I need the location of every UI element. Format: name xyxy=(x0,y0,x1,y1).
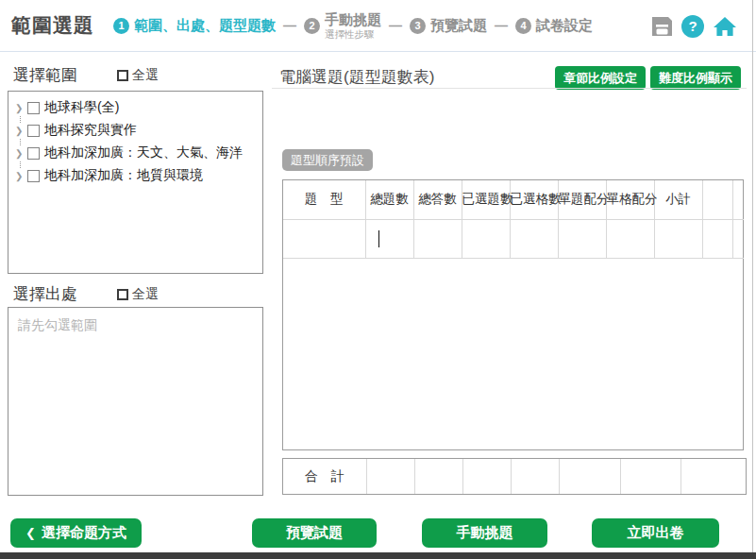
total-label-cell: 合 計 xyxy=(283,459,366,494)
text-caret xyxy=(378,230,379,247)
step-separator: — xyxy=(495,18,508,33)
total-cell xyxy=(511,459,559,494)
step-2-number: 2 xyxy=(304,18,320,34)
tree-item-checkbox[interactable] xyxy=(27,125,40,137)
step-2-sublabel: 選擇性步驟 xyxy=(325,28,381,40)
col-header-points-per-cell: 單格配分 xyxy=(606,180,654,219)
cell-selected-questions[interactable] xyxy=(462,219,510,258)
tree-item-checkbox[interactable] xyxy=(27,147,40,160)
step-separator: — xyxy=(389,18,402,33)
step-3-number: 3 xyxy=(410,18,426,34)
tree-item-inquiry-practice[interactable]: ❯ 地科探究與實作 xyxy=(8,119,262,142)
step-4-paper-settings[interactable]: 4 試卷設定 xyxy=(515,17,593,35)
source-section-title: 選擇出處 xyxy=(13,283,77,305)
chevron-right-icon[interactable]: ❯ xyxy=(15,103,27,113)
total-cell xyxy=(620,459,680,494)
cell-total-answers[interactable] xyxy=(413,219,462,258)
generate-paper-button[interactable]: 立即出卷 xyxy=(592,518,719,548)
source-section-header: 選擇出處 全選 xyxy=(13,283,159,305)
page-title: 範圍選題 xyxy=(11,12,94,39)
total-cell xyxy=(680,459,748,494)
exam-builder-page: 範圍選題 1 範圍、出處、題型題數 — 2 手動挑題 選擇性步驟 — 3 預覽試… xyxy=(0,0,756,559)
col-header-points-per-question: 單題配分 xyxy=(558,180,606,219)
chevron-left-icon: ❮ xyxy=(25,526,36,540)
save-icon[interactable] xyxy=(650,16,673,37)
cell-empty xyxy=(702,219,732,258)
col-header-selected-cells: 已選格數 xyxy=(510,180,558,219)
tree-item-checkbox[interactable] xyxy=(27,102,40,114)
manual-pick-button[interactable]: 手動挑題 xyxy=(422,518,547,548)
total-cell xyxy=(559,459,620,494)
cell-points-per-question[interactable] xyxy=(558,219,606,258)
step-3-preview[interactable]: 3 預覽試題 xyxy=(410,17,487,35)
home-icon[interactable] xyxy=(713,15,737,38)
step-4-number: 4 xyxy=(515,18,531,34)
step-1-number: 1 xyxy=(113,18,129,34)
step-1-range[interactable]: 1 範圍、出處、題型題數 xyxy=(113,17,276,35)
cell-total-questions[interactable] xyxy=(365,219,413,258)
total-cell xyxy=(414,459,462,494)
chapter-ratio-button[interactable]: 章節比例設定 xyxy=(555,66,646,90)
tree-item-checkbox[interactable] xyxy=(27,170,40,182)
total-cell xyxy=(366,459,414,494)
chevron-right-icon[interactable]: ❯ xyxy=(15,171,27,181)
cell-subtotal[interactable] xyxy=(654,219,702,258)
tree-item-label: 地球科學(全) xyxy=(44,99,119,116)
cell-points-per-cell[interactable] xyxy=(606,219,654,258)
tree-item-advanced-astro-atmos-ocean[interactable]: ❯ 地科加深加廣：天文、大氣、海洋 xyxy=(8,142,262,164)
col-header-selected-questions: 已選題數 xyxy=(462,180,510,219)
step-2-manual-pick[interactable]: 2 手動挑題 選擇性步驟 xyxy=(304,11,381,39)
total-cell xyxy=(462,459,511,494)
question-type-table: 題 型 總題數 總答數 已選題數 已選格數 單題配分 單格配分 小計 xyxy=(282,179,744,450)
step-4-label: 試卷設定 xyxy=(536,17,593,35)
source-placeholder-text: 請先勾選範圍 xyxy=(8,308,262,344)
preview-questions-button[interactable]: 預覽試題 xyxy=(252,518,377,548)
source-select-all-checkbox[interactable] xyxy=(117,289,128,300)
range-select-all-label: 全選 xyxy=(132,67,159,84)
back-button-label: 選擇命題方式 xyxy=(42,524,126,542)
chevron-right-icon[interactable]: ❯ xyxy=(15,148,27,159)
main-divider xyxy=(272,88,747,89)
source-select-all-label: 全選 xyxy=(132,286,159,303)
step-indicator: 1 範圍、出處、題型題數 — 2 手動挑題 選擇性步驟 — 3 預覽試題 — 4… xyxy=(113,11,593,39)
col-header-total-questions: 總題數 xyxy=(365,180,413,219)
window-right-edge xyxy=(752,0,753,552)
table-data-row xyxy=(283,219,744,258)
total-row: 合 計 xyxy=(283,459,748,494)
source-list-box: 請先勾選範圍 xyxy=(8,307,263,496)
col-header-empty xyxy=(732,180,744,219)
back-to-method-button[interactable]: ❮ 選擇命題方式 xyxy=(10,518,142,548)
tree-item-earth-science[interactable]: ❯ 地球科學(全) xyxy=(8,96,262,119)
col-header-total-answers: 總答數 xyxy=(413,180,462,219)
tree-item-label: 地科探究與實作 xyxy=(44,122,137,139)
chevron-right-icon[interactable]: ❯ xyxy=(15,126,27,136)
col-header-subtotal: 小計 xyxy=(654,180,702,219)
range-tree: ❯ 地球科學(全) ❯ 地科探究與實作 ❯ 地科加深加廣：天文、大氣、海洋 ❯ … xyxy=(8,91,263,274)
step-separator: — xyxy=(283,18,296,33)
header-icons: ? xyxy=(650,0,737,52)
cell-type[interactable] xyxy=(283,219,365,258)
header: 範圍選題 1 範圍、出處、題型題數 — 2 手動挑題 選擇性步驟 — 3 預覽試… xyxy=(0,0,756,52)
total-row-table: 合 計 xyxy=(282,458,747,495)
difficulty-ratio-button[interactable]: 難度比例顯示 xyxy=(650,66,741,90)
step-2-label: 手動挑題 xyxy=(325,11,381,27)
tree-item-label: 地科加深加廣：天文、大氣、海洋 xyxy=(44,144,243,161)
tree-item-advanced-geology-environment[interactable]: ❯ 地科加深加廣：地質與環境 xyxy=(8,164,262,187)
source-select-all[interactable]: 全選 xyxy=(117,286,159,303)
col-header-empty xyxy=(702,180,732,219)
range-section-header: 選擇範圍 全選 xyxy=(13,64,159,86)
main-panel-title: 電腦選題(題型題數表) xyxy=(279,66,434,88)
range-select-all[interactable]: 全選 xyxy=(117,67,159,84)
table-header-row: 題 型 總題數 總答數 已選題數 已選格數 單題配分 單格配分 小計 xyxy=(283,180,744,219)
range-select-all-checkbox[interactable] xyxy=(117,70,128,81)
cell-selected-cells[interactable] xyxy=(510,219,558,258)
help-icon[interactable]: ? xyxy=(681,15,704,38)
type-order-default-tag[interactable]: 題型順序預設 xyxy=(282,149,373,171)
tree-item-label: 地科加深加廣：地質與環境 xyxy=(44,167,203,184)
step-1-label: 範圍、出處、題型題數 xyxy=(134,17,276,35)
cell-empty xyxy=(732,219,744,258)
step-3-label: 預覽試題 xyxy=(430,17,487,35)
window-bottom-bar xyxy=(0,552,756,559)
col-header-type: 題 型 xyxy=(283,180,365,219)
range-section-title: 選擇範圍 xyxy=(13,64,77,86)
